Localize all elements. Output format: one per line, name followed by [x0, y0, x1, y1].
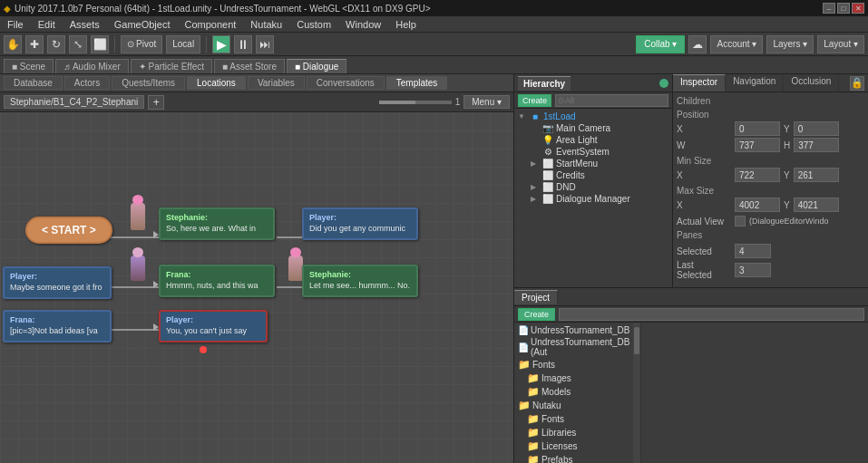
- error-indicator: [200, 346, 207, 353]
- node-player-1[interactable]: Player: Did you get any communic: [302, 207, 418, 240]
- tab-audio[interactable]: ♬ Audio Mixer: [55, 59, 129, 73]
- tab-particle[interactable]: ✦ Particle Effect: [131, 59, 212, 73]
- dialogue-tab-database[interactable]: Database: [4, 76, 63, 90]
- insp-min-x[interactable]: [735, 168, 780, 182]
- pause-button[interactable]: ⏸: [234, 35, 252, 53]
- inspector-lock-button[interactable]: 🔒: [850, 76, 864, 91]
- hierarchy-item-main-camera[interactable]: 📷 Main Camera: [516, 122, 670, 134]
- tab-dialogue[interactable]: ■ Dialogue: [287, 59, 346, 73]
- node-start[interactable]: < START >: [25, 217, 112, 244]
- hierarchy-item-start-menu[interactable]: ▶ ⬜ StartMenu: [516, 158, 670, 169]
- node-npc-frana[interactable]: Frana: Hmmm, nuts, and this wa: [159, 265, 275, 297]
- window-controls[interactable]: – □ ✕: [823, 3, 864, 14]
- layout-button[interactable]: Layout ▾: [817, 35, 864, 53]
- inspector-tab-occlusion[interactable]: Occlusion: [784, 74, 839, 92]
- project-item-nutaku[interactable]: 📁 Nutaku: [516, 399, 639, 412]
- project-item-images[interactable]: 📁 Images: [516, 371, 639, 385]
- dialogue-tab-templates[interactable]: Templates: [386, 76, 448, 90]
- insp-actualview-section: Actual View (DialogueEditorWindo: [677, 216, 864, 227]
- project-scroll-thumb: [634, 327, 639, 354]
- insp-children-label: Children: [677, 96, 864, 106]
- dialogue-canvas[interactable]: < START > Stephanie: So, here we are. Wh…: [0, 112, 513, 463]
- project-item-fonts[interactable]: 📁 Fonts: [516, 358, 639, 371]
- project-tab[interactable]: Project: [514, 290, 558, 304]
- step-button[interactable]: ⏭: [256, 35, 274, 53]
- project-item-nutaku-fonts[interactable]: 📁 Fonts: [516, 412, 639, 426]
- close-button[interactable]: ✕: [852, 3, 864, 14]
- play-button[interactable]: ▶: [212, 35, 230, 53]
- hierarchy-item-dnd[interactable]: ▶ ⬜ DND: [516, 181, 670, 193]
- menu-help[interactable]: Help: [392, 18, 420, 31]
- maximize-button[interactable]: □: [837, 3, 850, 14]
- insp-selected-val[interactable]: 4: [735, 244, 771, 258]
- canvas-menu[interactable]: Menu ▾: [463, 95, 510, 109]
- local-button[interactable]: Local: [166, 35, 200, 53]
- menu-file[interactable]: File: [4, 18, 27, 31]
- layers-button[interactable]: Layers ▾: [766, 35, 814, 53]
- node-player-body-1: Did you get any communic: [309, 224, 411, 235]
- project-item-prefabs[interactable]: 📁 Prefabs: [516, 453, 639, 463]
- pivot-button[interactable]: ⊙ Pivot: [121, 35, 162, 53]
- project-item-db-auto[interactable]: 📄 UndressTournament_DB (Aut: [516, 336, 639, 358]
- move-tool[interactable]: ✚: [25, 35, 44, 53]
- menu-custom[interactable]: Custom: [293, 18, 335, 31]
- rect-tool[interactable]: ⬜: [91, 35, 109, 53]
- insp-w[interactable]: [735, 138, 780, 152]
- cloud-button[interactable]: ☁: [688, 35, 707, 53]
- menu-edit[interactable]: Edit: [34, 18, 59, 31]
- menu-window[interactable]: Window: [342, 18, 385, 31]
- hierarchy-item-area-light[interactable]: 💡 Area Light: [516, 134, 670, 146]
- node-breadcrumb: Stephanie/B1_C4_P2_Stephani: [4, 95, 144, 109]
- inspector-tab-inspector[interactable]: Inspector: [673, 74, 726, 92]
- node-npc-stephanie-1[interactable]: Stephanie: So, here we are. What in: [159, 207, 275, 240]
- menu-assets[interactable]: Assets: [66, 18, 103, 31]
- project-item-db[interactable]: 📄 UndressTournament_DB: [516, 324, 639, 336]
- collab-button[interactable]: Collab ▾: [636, 35, 685, 53]
- dialogue-tab-variables[interactable]: Variables: [248, 76, 305, 90]
- project-item-licenses[interactable]: 📁 Licenses: [516, 439, 639, 453]
- menu-gameobject[interactable]: GameObject: [111, 18, 174, 31]
- hierarchy-search-input[interactable]: [555, 94, 668, 107]
- dialogue-tab-conversations[interactable]: Conversations: [307, 76, 385, 90]
- minimize-button[interactable]: –: [823, 3, 835, 14]
- tab-scene[interactable]: ■ Scene: [4, 59, 54, 73]
- hand-tool[interactable]: ✋: [4, 35, 22, 53]
- menu-nutaku[interactable]: Nutaku: [247, 18, 286, 31]
- hierarchy-item-1stload[interactable]: ▼ ■ 1stLoad: [516, 111, 670, 122]
- dialogue-tab-actors[interactable]: Actors: [64, 76, 110, 90]
- dialogue-tab-quests[interactable]: Quests/Items: [112, 76, 185, 90]
- inspector-tab-navigation[interactable]: Navigation: [726, 74, 784, 92]
- insp-position-x[interactable]: [735, 121, 780, 136]
- insp-lastselected-val[interactable]: 3: [735, 263, 771, 277]
- insp-max-y[interactable]: [794, 198, 839, 212]
- insp-position-y[interactable]: [794, 121, 839, 136]
- dialogue-tab-locations[interactable]: Locations: [187, 76, 246, 90]
- insp-min-y[interactable]: [794, 168, 839, 182]
- zoom-slider[interactable]: [379, 101, 452, 104]
- insp-max-x[interactable]: [735, 198, 780, 212]
- account-button[interactable]: Account ▾: [710, 35, 763, 53]
- hierarchy-create-button[interactable]: Create: [518, 94, 551, 107]
- project-files-panel: [641, 323, 868, 463]
- project-create-button[interactable]: Create: [518, 308, 555, 321]
- project-scrollbar[interactable]: [633, 323, 640, 463]
- scale-tool[interactable]: ⤡: [69, 35, 87, 53]
- insp-h[interactable]: [794, 138, 839, 152]
- rotate-tool[interactable]: ↻: [47, 35, 65, 53]
- hierarchy-item-credits[interactable]: ⬜ Credits: [516, 169, 670, 181]
- hierarchy-item-event-system[interactable]: ⚙ EventSystem: [516, 146, 670, 158]
- node-player-4[interactable]: Player: You, you can't just say: [159, 310, 268, 342]
- node-npc-stephanie-2[interactable]: Stephanie: Let me see... hummm... No.: [302, 265, 418, 297]
- node-npc-header-stephanie-2: Stephanie:: [309, 270, 411, 279]
- node-player-2[interactable]: Player: Maybe someone got it fro: [3, 266, 112, 299]
- insp-actualview-checkbox[interactable]: [735, 216, 746, 227]
- project-item-models[interactable]: 📁 Models: [516, 385, 639, 399]
- project-search-input[interactable]: [559, 308, 864, 321]
- node-add-button[interactable]: +: [148, 95, 164, 110]
- node-player-frana[interactable]: Frana: [pic=3]Not bad ideas [va: [3, 310, 112, 342]
- project-item-libraries[interactable]: 📁 Libraries: [516, 426, 639, 439]
- hierarchy-item-dialogue-manager[interactable]: ▶ ⬜ Dialogue Manager: [516, 193, 670, 205]
- tab-asset-store[interactable]: ■ Asset Store: [214, 59, 285, 73]
- menu-component[interactable]: Component: [180, 18, 239, 31]
- insp-position-label: Position: [677, 110, 864, 120]
